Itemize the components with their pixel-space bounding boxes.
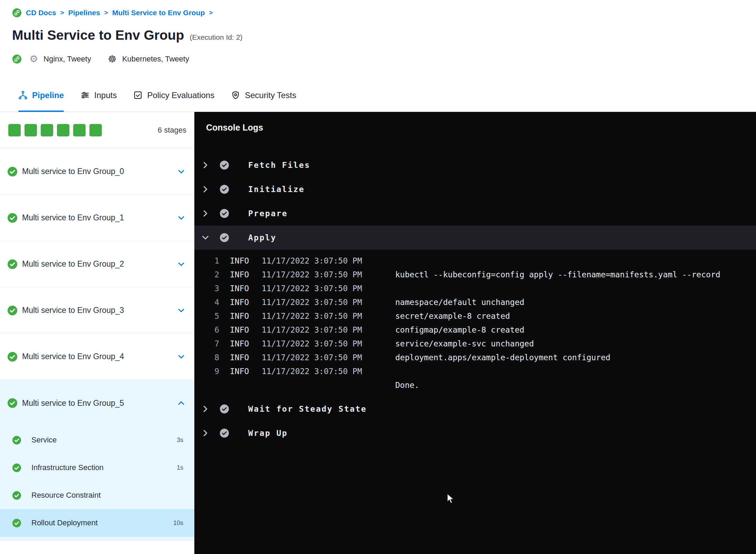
- log-timestamp: 11/17/2022 3:07:50 PM: [262, 353, 395, 362]
- log-level: INFO: [230, 353, 262, 362]
- stage-row-4[interactable]: Multi service to Env Group_4: [0, 334, 194, 380]
- stage-steps: Service3sInfrastructure Section1sResourc…: [0, 426, 194, 540]
- stage-block: Multi service to Env Group_4: [0, 334, 194, 380]
- breadcrumb-separator: >: [209, 9, 213, 17]
- log-line-number: 2: [205, 270, 219, 279]
- success-check-icon: [220, 185, 229, 194]
- log-line: 5INFO11/17/2022 3:07:50 PMsecret/example…: [194, 309, 756, 323]
- stage-label: Multi service to Env Group_3: [22, 306, 124, 315]
- step-row-resource-constraint[interactable]: Resource Constraint: [0, 481, 194, 509]
- stage-progress-square: [8, 124, 21, 136]
- success-check-icon: [220, 209, 229, 218]
- console-steps: Fetch FilesInitializePrepareApply1INFO11…: [194, 143, 756, 445]
- chevron-down-icon[interactable]: [201, 233, 210, 242]
- log-message: namespace/default unchanged: [395, 298, 524, 307]
- chevron-down-icon[interactable]: [177, 353, 185, 361]
- console-step-name: Fetch Files: [248, 161, 310, 170]
- chevron-right-icon[interactable]: [201, 429, 210, 437]
- console-step-name: Initialize: [248, 185, 304, 194]
- console-step-name: Prepare: [248, 209, 288, 218]
- execution-id: (Execution Id: 2): [190, 33, 242, 41]
- breadcrumb-link-multi-service-to-env-group[interactable]: Multi Service to Env Group: [112, 9, 205, 17]
- stage-row-0[interactable]: Multi service to Env Group_0: [0, 149, 194, 195]
- stage-row-3[interactable]: Multi service to Env Group_3: [0, 287, 194, 334]
- console-step: Apply1INFO11/17/2022 3:07:50 PM2INFO11/1…: [194, 226, 756, 397]
- stages-sidebar: 6 stages Multi service to Env Group_0Mul…: [0, 112, 194, 554]
- chevron-right-icon[interactable]: [201, 405, 210, 413]
- chevron-right-icon[interactable]: [201, 209, 210, 218]
- console-step-wrap-up[interactable]: Wrap Up: [194, 421, 756, 445]
- breadcrumb-separator: >: [104, 9, 108, 17]
- console-step: Wait for Steady State: [194, 397, 756, 421]
- tab-pipeline[interactable]: Pipeline: [18, 79, 64, 112]
- console-step-initialize[interactable]: Initialize: [194, 177, 756, 201]
- log-timestamp: 11/17/2022 3:07:50 PM: [262, 339, 395, 348]
- log-level: INFO: [230, 256, 262, 265]
- tab-policy-evaluations[interactable]: Policy Evaluations: [133, 79, 214, 112]
- log-line: 7INFO11/17/2022 3:07:50 PMservice/exampl…: [194, 337, 756, 351]
- stage-block: Multi service to Env Group_2: [0, 241, 194, 287]
- tab-inputs[interactable]: Inputs: [80, 79, 117, 112]
- page-title: Multi Service to Env Group: [12, 27, 184, 44]
- chevron-up-icon[interactable]: [177, 399, 185, 407]
- log-line-number: 5: [205, 312, 219, 321]
- success-check-icon: [12, 491, 21, 500]
- stage-row-5[interactable]: Multi service to Env Group_5: [0, 380, 194, 426]
- log-line: 9INFO11/17/2022 3:07:50 PM: [194, 364, 756, 378]
- log-line-number: 7: [205, 339, 219, 348]
- console-header: Console Logs: [194, 112, 756, 143]
- chevron-right-icon[interactable]: [201, 185, 210, 193]
- tab-label: Security Tests: [245, 90, 296, 100]
- console-step-name: Apply: [248, 233, 277, 242]
- log-line: Done.: [194, 378, 756, 392]
- step-row-service[interactable]: Service3s: [0, 426, 194, 454]
- gear-icon: ⚙: [29, 54, 38, 64]
- log-timestamp: 11/17/2022 3:07:50 PM: [262, 298, 395, 307]
- success-check-icon: [220, 429, 229, 438]
- step-row-rollout-deployment[interactable]: Rollout Deployment10s: [0, 509, 194, 537]
- log-message: deployment.apps/example-deployment confi…: [395, 353, 610, 362]
- chevron-down-icon[interactable]: [177, 260, 185, 268]
- tab-security-tests[interactable]: Security Tests: [231, 79, 296, 112]
- stage-row-2[interactable]: Multi service to Env Group_2: [0, 241, 194, 287]
- log-message: kubectl --kubeconfig=config apply --file…: [395, 270, 720, 279]
- console-step-wait-for-steady-state[interactable]: Wait for Steady State: [194, 397, 756, 421]
- console-step-fetch-files[interactable]: Fetch Files: [194, 153, 756, 177]
- execution-header: CD Docs>Pipelines>Multi Service to Env G…: [0, 0, 756, 112]
- inputs-icon: [80, 90, 90, 100]
- log-line-number: 3: [205, 284, 219, 293]
- step-row-infrastructure-section[interactable]: Infrastructure Section1s: [0, 454, 194, 481]
- success-check-icon: [12, 519, 21, 527]
- breadcrumb-link-cd-docs[interactable]: CD Docs: [26, 9, 56, 17]
- log-area: 1INFO11/17/2022 3:07:50 PM2INFO11/17/202…: [194, 250, 756, 397]
- log-level: INFO: [230, 339, 262, 348]
- log-message: Done.: [395, 381, 419, 390]
- console-step-prepare[interactable]: Prepare: [194, 201, 756, 226]
- main-area: 6 stages Multi service to Env Group_0Mul…: [0, 112, 756, 554]
- log-level: INFO: [230, 312, 262, 321]
- stage-label: Multi service to Env Group_4: [22, 352, 124, 361]
- stage-row-1[interactable]: Multi service to Env Group_1: [0, 195, 194, 241]
- pipeline-execution-page: CD Docs>Pipelines>Multi Service to Env G…: [0, 0, 756, 554]
- chevron-down-icon[interactable]: [177, 307, 185, 314]
- step-label: Rollout Deployment: [31, 518, 98, 527]
- pipeline-icon: [18, 90, 28, 100]
- step-duration: 1s: [177, 464, 183, 471]
- stage-progress-squares: [8, 124, 102, 136]
- breadcrumb-link-pipelines[interactable]: Pipelines: [68, 9, 100, 17]
- chevron-down-icon[interactable]: [177, 214, 185, 222]
- console-panel: Console Logs Fetch FilesInitializePrepar…: [194, 112, 756, 554]
- stage-label: Multi service to Env Group_0: [22, 167, 124, 176]
- log-line: 2INFO11/17/2022 3:07:50 PMkubectl --kube…: [194, 268, 756, 281]
- log-line-number: 6: [205, 325, 219, 334]
- log-line: 1INFO11/17/2022 3:07:50 PM: [194, 254, 756, 268]
- tab-label: Pipeline: [32, 90, 64, 100]
- log-level: INFO: [230, 298, 262, 307]
- stage-label: Multi service to Env Group_5: [22, 399, 124, 408]
- success-check-icon: [220, 161, 229, 170]
- chevron-down-icon[interactable]: [177, 168, 185, 175]
- shield-icon: [231, 90, 240, 100]
- console-step-apply[interactable]: Apply: [194, 226, 756, 250]
- step-duration: 10s: [173, 519, 183, 527]
- chevron-right-icon[interactable]: [201, 161, 210, 169]
